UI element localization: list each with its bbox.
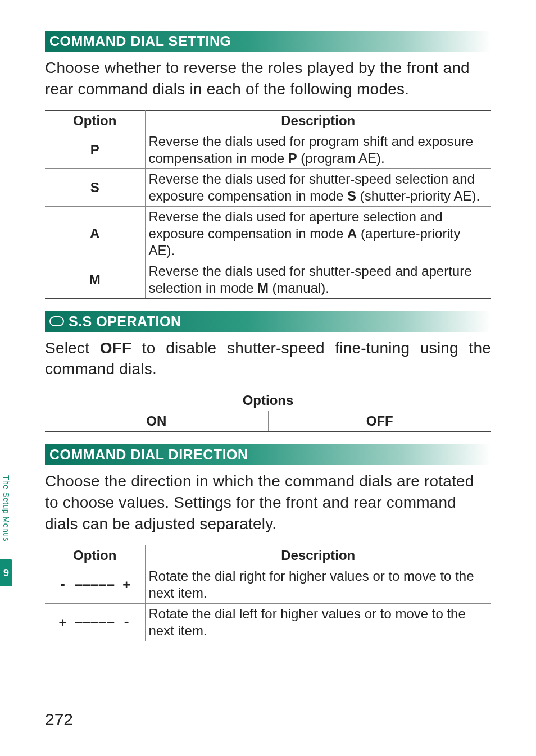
description-cell: Reverse the dials used for shutter-speed… <box>145 261 491 298</box>
option-cell: P <box>45 131 145 168</box>
shutter-speed-icon <box>49 316 64 326</box>
table-ss-operation-options: Options ON OFF <box>45 390 491 432</box>
side-tab-label: The Setup Menus <box>2 461 11 556</box>
section-header-command-dial-setting: COMMAND DIAL SETTING <box>45 31 491 52</box>
table-row: P Reverse the dials used for program shi… <box>45 131 491 168</box>
table-header-description: Description <box>145 545 491 566</box>
table-command-dial-direction: Option Description - ‒‒‒‒‒ + Rotate the … <box>45 545 491 641</box>
section-header-command-dial-direction: COMMAND DIAL DIRECTION <box>45 444 491 465</box>
description-cell: Reverse the dials used for shutter-speed… <box>145 168 491 206</box>
description-cell: Rotate the dial right for higher values … <box>145 566 491 603</box>
option-off: OFF <box>268 411 491 432</box>
table-header-option: Option <box>45 545 145 566</box>
description-cell: Reverse the dials used for program shift… <box>145 131 491 168</box>
section-header-ss-operation: S.S OPERATION <box>45 311 491 332</box>
table-row: + ‒‒‒‒‒ - Rotate the dial left for highe… <box>45 603 491 641</box>
table-row: - ‒‒‒‒‒ + Rotate the dial right for high… <box>45 566 491 603</box>
option-on: ON <box>45 411 268 432</box>
table-row: S Reverse the dials used for shutter-spe… <box>45 168 491 206</box>
table-header-option: Option <box>45 110 145 131</box>
section-title-text: S.S OPERATION <box>69 313 181 330</box>
table-header-options: Options <box>45 390 491 411</box>
table-command-dial-setting: Option Description P Reverse the dials u… <box>45 110 491 299</box>
side-tab: The Setup Menus 9 <box>0 461 12 595</box>
description-cell: Reverse the dials used for aperture sele… <box>145 206 491 261</box>
option-cell: S <box>45 168 145 206</box>
table-row: M Reverse the dials used for shutter-spe… <box>45 261 491 298</box>
table-row: A Reverse the dials used for aperture se… <box>45 206 491 261</box>
option-cell: M <box>45 261 145 298</box>
section-intro-command-dial-direction: Choose the direction in which the comman… <box>45 471 491 534</box>
description-cell: Rotate the dial left for higher values o… <box>145 603 491 641</box>
page-number: 272 <box>45 710 73 729</box>
table-row: ON OFF <box>45 411 491 432</box>
section-intro-command-dial-setting: Choose whether to reverse the roles play… <box>45 57 491 100</box>
option-cell: A <box>45 206 145 261</box>
section-intro-ss-operation: Select OFF to disable shutter-speed fine… <box>45 338 491 380</box>
side-tab-chapter-badge: 9 <box>0 559 12 586</box>
dial-direction-normal-icon: - ‒‒‒‒‒ + <box>45 566 145 603</box>
dial-direction-reverse-icon: + ‒‒‒‒‒ - <box>45 603 145 641</box>
table-header-description: Description <box>145 110 491 131</box>
